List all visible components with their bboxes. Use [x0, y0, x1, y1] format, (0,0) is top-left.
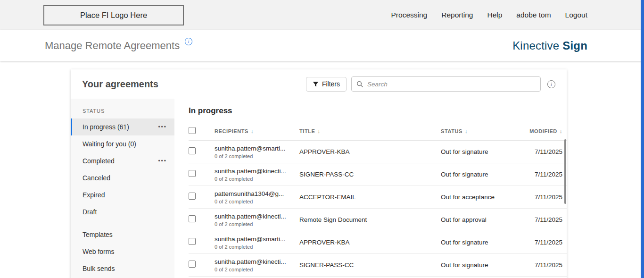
more-options-icon[interactable]: ••• — [158, 124, 167, 130]
sidebar-item[interactable]: Waiting for you (0) — [71, 135, 174, 152]
sidebar-item[interactable]: Canceled — [71, 169, 174, 186]
nav-item[interactable]: Processing — [391, 11, 428, 19]
fi-logo-text: Place FI Logo Here — [80, 11, 147, 20]
sidebar-item[interactable]: Bulk sends — [71, 260, 174, 277]
recipient-email: sunitha.pattem@kinecti... — [215, 168, 299, 175]
sidebar-item[interactable]: Completed ••• — [71, 152, 174, 169]
filters-button-label: Filters — [322, 80, 340, 88]
agreement-title: SIGNER-PASS-CC — [299, 261, 441, 269]
recipient-email: sunitha.pattem@smarti... — [215, 145, 299, 152]
sidebar-item[interactable]: Draft — [71, 203, 174, 220]
agreement-title: APPROVER-KBA — [299, 239, 441, 246]
recipient-email: sunitha.pattem@kinecti... — [215, 258, 299, 265]
page-title: Manage Remote Agreements — [45, 40, 180, 52]
agreement-status: Out for signature — [441, 239, 516, 246]
nav-item[interactable]: Help — [487, 11, 502, 19]
sidebar-item-label: Draft — [83, 208, 97, 216]
card-body: STATUS In progress (61) ••• Waiting for … — [71, 99, 567, 278]
agreement-status: Out for approval — [441, 216, 516, 223]
agreement-status: Out for signature — [441, 171, 516, 178]
agreement-modified: 7/11/2025 — [516, 171, 567, 178]
sidebar-item-label: Waiting for you (0) — [83, 140, 136, 148]
agreement-modified: 7/11/2025 — [516, 148, 567, 155]
sidebar-item[interactable]: Web forms — [71, 243, 174, 260]
agreement-title: Remote Sign Document — [299, 216, 441, 223]
agreement-title: SIGNER-PASS-CC — [299, 171, 441, 178]
header-bar: Manage Remote Agreements i Kinective Sig… — [0, 30, 644, 61]
agreement-modified: 7/11/2025 — [516, 239, 567, 246]
nav-item[interactable]: Reporting — [441, 11, 473, 19]
sidebar-item[interactable]: In progress (61) ••• — [71, 118, 174, 135]
row-checkbox[interactable] — [189, 193, 196, 200]
filters-button[interactable]: Filters — [306, 77, 347, 92]
sidebar-item-label: Templates — [83, 231, 113, 238]
agreement-status: Out for signature — [441, 148, 516, 155]
column-label: STATUS — [441, 128, 462, 134]
agreement-modified: 7/11/2025 — [516, 194, 567, 201]
sidebar-item-label: Expired — [83, 191, 105, 199]
brand-name: Kinective — [512, 39, 559, 52]
row-checkbox[interactable] — [189, 215, 196, 222]
search-icon — [356, 81, 363, 88]
recipient-progress: 0 of 2 completed — [215, 153, 299, 159]
title-info-icon[interactable]: i — [185, 38, 192, 45]
scrollbar-thumb[interactable] — [564, 139, 566, 204]
fi-logo-placeholder: Place FI Logo Here — [43, 5, 184, 25]
agreements-card: Your agreements Filters i STATUS In prog… — [71, 69, 567, 278]
table-row[interactable]: sunitha.pattem@kinecti... 0 of 2 complet… — [189, 163, 567, 186]
agreement-status: Out for signature — [441, 261, 516, 269]
sidebar-item-label: Canceled — [83, 174, 110, 182]
card-title: Your agreements — [82, 79, 158, 90]
sort-arrow-icon: ↓ — [465, 128, 468, 134]
table-row[interactable]: sunitha.pattem@smarti... 0 of 2 complete… — [189, 231, 567, 254]
list-info-icon[interactable]: i — [547, 80, 555, 88]
nav-item[interactable]: Logout — [565, 11, 587, 19]
sidebar-divider — [71, 220, 174, 226]
column-header-recipients[interactable]: RECIPIENTS ↓ — [215, 128, 299, 134]
list-title: In progress — [189, 106, 567, 116]
row-checkbox[interactable] — [189, 261, 196, 268]
column-label: TITLE — [299, 128, 315, 134]
sidebar-item[interactable]: Expired — [71, 186, 174, 203]
column-header-status[interactable]: STATUS ↓ — [441, 128, 516, 134]
sidebar-secondary-list: Templates Web forms Bulk sends — [71, 226, 174, 277]
sidebar-item-label: In progress (61) — [83, 123, 129, 131]
recipient-progress: 0 of 2 completed — [215, 244, 299, 250]
recipient-progress: 0 of 2 completed — [215, 267, 299, 272]
row-checkbox[interactable] — [189, 147, 196, 154]
column-header-title[interactable]: TITLE ↓ — [299, 128, 441, 134]
recipient-email: pattemsunitha1304@g... — [215, 190, 299, 197]
sidebar-item-label: Web forms — [83, 248, 114, 255]
table-header-row: RECIPIENTS ↓ TITLE ↓ STATUS ↓ MODIFIED ↓ — [189, 122, 567, 141]
sidebar-status-list: In progress (61) ••• Waiting for you (0)… — [71, 118, 174, 220]
agreement-table-body: sunitha.pattem@smarti... 0 of 2 complete… — [189, 141, 567, 277]
table-row[interactable]: sunitha.pattem@smarti... 0 of 2 complete… — [189, 141, 567, 163]
table-row[interactable]: sunitha.pattem@kinecti... 0 of 2 complet… — [189, 254, 567, 277]
agreement-title: APPROVER-KBA — [299, 148, 441, 155]
more-options-icon[interactable]: ••• — [158, 158, 167, 164]
row-checkbox[interactable] — [189, 170, 196, 177]
nav-item[interactable]: adobe tom — [516, 11, 551, 19]
recipient-progress: 0 of 2 completed — [215, 176, 299, 182]
page-title-wrap: Manage Remote Agreements i — [45, 40, 192, 52]
column-header-modified[interactable]: MODIFIED ↓ — [516, 128, 567, 134]
search-box — [351, 76, 541, 92]
search-input[interactable] — [367, 81, 536, 88]
sidebar-item[interactable]: Templates — [71, 226, 174, 243]
recipient-progress: 0 of 2 completed — [215, 199, 299, 204]
sidebar-status-heading: STATUS — [71, 101, 174, 118]
table-row[interactable]: sunitha.pattem@kinecti... 0 of 2 complet… — [189, 209, 567, 231]
sort-arrow-icon: ↓ — [318, 128, 321, 134]
brand-suffix: Sign — [562, 39, 587, 52]
agreement-modified: 7/11/2025 — [516, 261, 567, 269]
sidebar-item-label: Bulk sends — [83, 265, 115, 272]
table-row[interactable]: pattemsunitha1304@g... 0 of 2 completed … — [189, 186, 567, 209]
sidebar: STATUS In progress (61) ••• Waiting for … — [71, 99, 174, 278]
card-header: Your agreements Filters i — [71, 69, 567, 99]
edge-accent-strip — [641, 0, 644, 278]
agreement-status: Out for acceptance — [441, 194, 516, 201]
recipient-email: sunitha.pattem@kinecti... — [215, 213, 299, 220]
sort-arrow-icon: ↓ — [560, 128, 562, 134]
select-all-checkbox[interactable] — [189, 127, 196, 134]
row-checkbox[interactable] — [189, 238, 196, 245]
